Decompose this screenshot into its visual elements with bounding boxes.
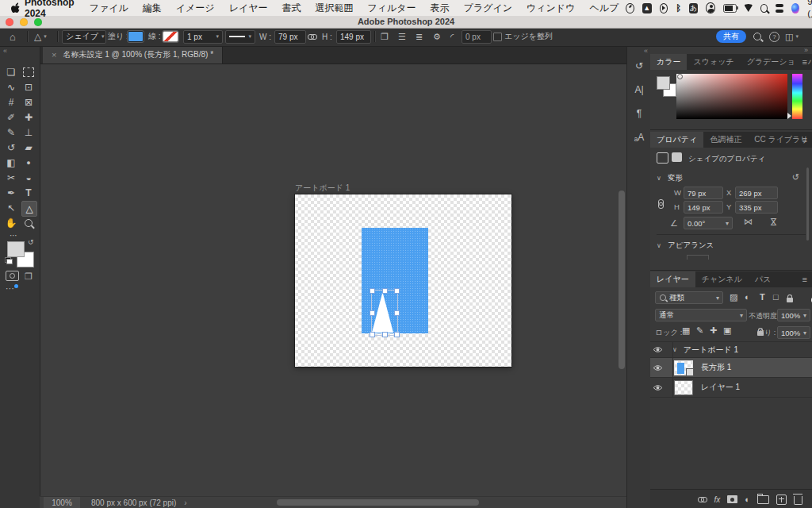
handle-mid-left[interactable] <box>370 310 375 316</box>
menu-type[interactable]: 書式 <box>274 2 308 15</box>
vertical-scrollbar[interactable] <box>619 190 625 369</box>
properties-scrollbar[interactable] <box>806 167 809 241</box>
collapse-strip-button[interactable]: « <box>644 47 648 55</box>
input-method-icon[interactable]: あ <box>689 3 699 13</box>
tab-color[interactable]: カラー <box>650 54 687 70</box>
link-wh-icon[interactable] <box>658 199 665 209</box>
chevron-down-icon[interactable]: ∨ <box>657 175 661 182</box>
rotation-field[interactable]: 0.00° ▾ <box>684 217 733 229</box>
workspace-switcher[interactable]: ◫ ▾ <box>785 28 799 45</box>
tab-gradients[interactable]: グラデーショ <box>741 54 802 70</box>
document-tab[interactable]: × 名称未設定 1 @ 100% (長方形 1, RGB/8) * <box>43 46 223 64</box>
bluetooth-icon[interactable]: ᛒ <box>676 3 681 13</box>
tool-mode-select[interactable]: シェイプ▾ <box>62 30 106 44</box>
layer-thumbnail[interactable] <box>674 380 693 395</box>
menubar-date[interactable]: 9月16日(月) <box>807 0 812 20</box>
appearance-section-title[interactable]: アピアランス <box>668 241 714 251</box>
healing-brush-tool[interactable]: ✚ <box>21 110 36 125</box>
visibility-eye-icon[interactable] <box>650 384 665 391</box>
artboard[interactable] <box>295 194 511 367</box>
foreground-color-swatch[interactable] <box>7 241 25 257</box>
frame-tool[interactable]: ⊠ <box>21 95 36 110</box>
saturation-brightness-field[interactable] <box>676 74 787 119</box>
reset-transform-icon[interactable]: ↺ <box>792 172 799 183</box>
hue-slider-marker[interactable] <box>787 113 791 119</box>
path-operations-button[interactable]: ❐ <box>381 28 389 45</box>
shape-tool[interactable]: △ <box>21 201 37 217</box>
eyedropper-tool[interactable]: ✐ <box>4 110 18 125</box>
paragraph-panel-icon[interactable]: ¶ <box>627 108 651 119</box>
layer-row-layer1[interactable]: レイヤー 1 <box>650 378 812 397</box>
tab-properties[interactable]: プロパティ <box>650 132 703 148</box>
menu-select[interactable]: 選択範囲 <box>308 2 360 15</box>
tab-layers[interactable]: レイヤー <box>650 271 695 287</box>
layer-style-fx-icon[interactable]: fx <box>714 495 721 504</box>
canvas-area[interactable]: アートボード 1 <box>40 64 626 496</box>
history-panel-icon[interactable]: ↺ <box>627 60 651 71</box>
link-layers-icon[interactable] <box>698 496 707 502</box>
handle-top-left[interactable] <box>370 288 375 294</box>
play-status-icon[interactable] <box>660 3 668 13</box>
align-edges-checkbox[interactable] <box>493 33 502 41</box>
lasso-tool[interactable]: ∿ <box>4 80 18 94</box>
character-panel-icon[interactable]: A| <box>627 84 651 95</box>
lock-position-icon[interactable]: ✚ <box>710 326 717 335</box>
delete-layer-icon[interactable] <box>794 496 802 505</box>
move-tool[interactable]: ❏ <box>4 65 18 79</box>
status-chevron-icon[interactable]: › <box>184 498 186 507</box>
add-mask-icon[interactable] <box>727 495 737 503</box>
menu-image[interactable]: イメージ <box>169 2 222 15</box>
blur-tool[interactable]: ● <box>21 156 36 170</box>
edit-toolbar-button[interactable]: ⋯ <box>6 283 14 294</box>
battery-icon[interactable] <box>723 4 737 13</box>
width-field[interactable]: 79 px <box>684 187 723 199</box>
menu-file[interactable]: ファイル <box>82 2 136 15</box>
new-group-icon[interactable] <box>757 495 769 504</box>
default-colors-icon[interactable] <box>5 257 13 264</box>
history-brush-tool[interactable]: ↺ <box>4 140 18 155</box>
menu-window[interactable]: ウィンドウ <box>519 2 582 15</box>
filter-type-icon[interactable]: T <box>760 293 765 302</box>
mask-properties-icon[interactable] <box>672 152 682 162</box>
shape-settings-button[interactable]: ⚙ <box>433 28 441 45</box>
pen-tool[interactable]: ✒ <box>4 186 18 200</box>
flip-vertical-icon[interactable]: ⋈ <box>768 217 779 226</box>
lock-transparent-icon[interactable]: ▦ <box>682 326 690 335</box>
menu-edit[interactable]: 編集 <box>136 2 169 15</box>
screen-mode-button[interactable]: ❐ <box>21 269 36 283</box>
zoom-level-field[interactable]: 100% <box>44 497 80 508</box>
y-field[interactable]: 335 px <box>735 201 778 214</box>
object-selection-tool[interactable]: ⊡ <box>21 80 36 94</box>
path-alignment-button[interactable]: ☰ <box>398 28 406 45</box>
chevron-down-icon[interactable]: ∨ <box>657 242 661 249</box>
menu-filter[interactable]: フィルター <box>360 2 423 15</box>
stroke-color-swatch[interactable] <box>163 31 178 42</box>
marquee-tool[interactable] <box>21 65 36 79</box>
type-tool[interactable]: T <box>21 186 36 200</box>
handle-top-center[interactable] <box>382 288 388 294</box>
visibility-eye-icon[interactable] <box>650 346 665 353</box>
search-icon[interactable] <box>753 33 761 40</box>
layer-name[interactable]: レイヤー 1 <box>701 382 740 393</box>
panel-menu-icon[interactable]: ≡ <box>802 57 807 67</box>
handle-mid-right[interactable] <box>394 310 400 316</box>
current-tool-button[interactable]: △ ▾ <box>34 28 47 45</box>
glyphs-panel-icon[interactable]: ₐA <box>627 132 651 143</box>
menu-layer[interactable]: レイヤー <box>222 2 275 15</box>
x-field[interactable]: 269 px <box>735 187 778 199</box>
stroke-width-select[interactable]: 1 px▾ <box>183 30 223 44</box>
selection-bounding-box[interactable] <box>371 290 398 336</box>
opacity-field[interactable]: 100% ▾ <box>777 309 810 321</box>
filter-image-icon[interactable]: ▨ <box>730 293 737 302</box>
menubar-app-name[interactable]: Photoshop 2024 <box>20 0 82 19</box>
expand-dock-button[interactable]: » <box>804 46 808 54</box>
tab-swatches[interactable]: スウォッチ <box>687 54 740 70</box>
collapse-toolbar-button[interactable]: « <box>3 47 7 55</box>
tab-adjustments[interactable]: 色調補正 <box>703 132 748 148</box>
lock-artboard-icon[interactable]: ▣ <box>723 326 731 335</box>
link-dimensions-icon[interactable] <box>308 33 317 40</box>
adjustment-layer-icon[interactable]: ◐ <box>745 495 750 504</box>
hue-strip[interactable] <box>792 74 802 119</box>
eraser-tool[interactable]: ▰ <box>21 140 36 155</box>
stage-manager-icon[interactable] <box>776 4 783 13</box>
